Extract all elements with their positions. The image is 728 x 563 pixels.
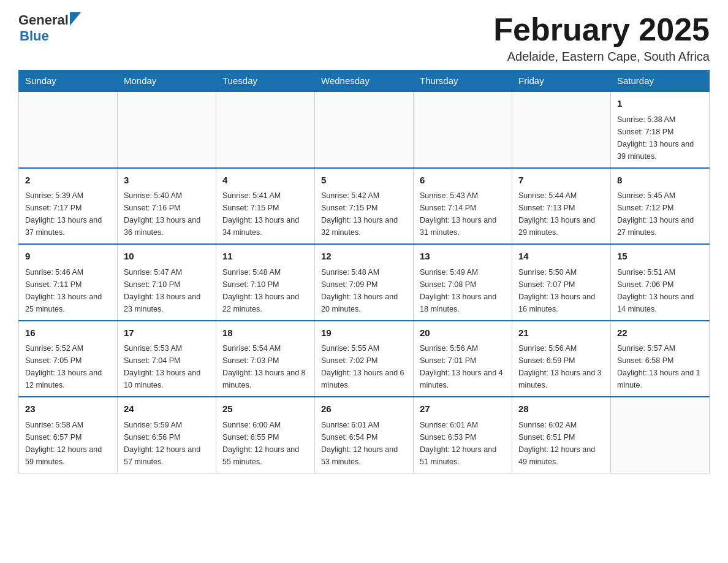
calendar-cell: 7Sunrise: 5:44 AMSunset: 7:13 PMDaylight… [512, 168, 611, 245]
calendar-cell [315, 91, 414, 168]
title-block: February 2025 Adelaide, Eastern Cape, So… [493, 12, 710, 64]
page-header: General Blue February 2025 Adelaide, Eas… [18, 12, 710, 64]
day-number: 3 [124, 174, 210, 188]
day-number: 21 [518, 326, 604, 340]
logo-triangle-icon [70, 12, 81, 26]
svg-marker-0 [70, 12, 81, 26]
location-subtitle: Adelaide, Eastern Cape, South Africa [493, 50, 710, 64]
day-number: 11 [222, 250, 308, 264]
day-number: 8 [617, 174, 703, 188]
day-header-saturday: Saturday [611, 71, 710, 92]
day-info: Sunrise: 5:48 AMSunset: 7:10 PMDaylight:… [222, 266, 308, 315]
day-info: Sunrise: 5:54 AMSunset: 7:03 PMDaylight:… [222, 342, 308, 391]
day-number: 15 [617, 250, 703, 264]
day-number: 13 [420, 250, 506, 264]
week-row-2: 2Sunrise: 5:39 AMSunset: 7:17 PMDaylight… [19, 168, 710, 245]
calendar-cell [216, 91, 315, 168]
day-info: Sunrise: 5:38 AMSunset: 7:18 PMDaylight:… [617, 113, 703, 163]
calendar-cell [414, 91, 512, 168]
calendar-cell: 17Sunrise: 5:53 AMSunset: 7:04 PMDayligh… [118, 321, 216, 397]
calendar-cell: 20Sunrise: 5:56 AMSunset: 7:01 PMDayligh… [414, 321, 512, 397]
day-number: 12 [321, 250, 407, 264]
month-title: February 2025 [493, 12, 710, 47]
calendar-cell: 19Sunrise: 5:55 AMSunset: 7:02 PMDayligh… [315, 321, 414, 397]
calendar-cell: 24Sunrise: 5:59 AMSunset: 6:56 PMDayligh… [118, 397, 216, 473]
day-header-sunday: Sunday [19, 71, 118, 92]
day-info: Sunrise: 5:46 AMSunset: 7:11 PMDaylight:… [25, 266, 111, 315]
calendar-cell: 16Sunrise: 5:52 AMSunset: 7:05 PMDayligh… [19, 321, 118, 397]
day-info: Sunrise: 5:51 AMSunset: 7:06 PMDaylight:… [617, 266, 703, 315]
day-number: 17 [124, 326, 210, 340]
day-info: Sunrise: 5:42 AMSunset: 7:15 PMDaylight:… [321, 190, 407, 239]
calendar-cell: 10Sunrise: 5:47 AMSunset: 7:10 PMDayligh… [118, 244, 216, 321]
day-number: 18 [222, 326, 308, 340]
logo: General Blue [18, 12, 81, 44]
day-number: 10 [124, 250, 210, 264]
calendar-cell: 4Sunrise: 5:41 AMSunset: 7:15 PMDaylight… [216, 168, 315, 245]
day-header-thursday: Thursday [414, 71, 512, 92]
day-info: Sunrise: 5:50 AMSunset: 7:07 PMDaylight:… [518, 266, 604, 315]
day-header-wednesday: Wednesday [315, 71, 414, 92]
week-row-5: 23Sunrise: 5:58 AMSunset: 6:57 PMDayligh… [19, 397, 710, 473]
calendar-cell: 5Sunrise: 5:42 AMSunset: 7:15 PMDaylight… [315, 168, 414, 245]
week-row-3: 9Sunrise: 5:46 AMSunset: 7:11 PMDaylight… [19, 244, 710, 321]
logo-blue-text: Blue [20, 28, 49, 44]
day-info: Sunrise: 6:01 AMSunset: 6:54 PMDaylight:… [321, 419, 407, 468]
day-info: Sunrise: 5:56 AMSunset: 6:59 PMDaylight:… [518, 342, 604, 391]
day-info: Sunrise: 5:59 AMSunset: 6:56 PMDaylight:… [124, 419, 210, 468]
day-number: 23 [25, 402, 111, 416]
week-row-4: 16Sunrise: 5:52 AMSunset: 7:05 PMDayligh… [19, 321, 710, 397]
day-number: 19 [321, 326, 407, 340]
calendar-cell: 25Sunrise: 6:00 AMSunset: 6:55 PMDayligh… [216, 397, 315, 473]
day-info: Sunrise: 5:57 AMSunset: 6:58 PMDaylight:… [617, 342, 703, 391]
calendar-cell [118, 91, 216, 168]
calendar-cell: 8Sunrise: 5:45 AMSunset: 7:12 PMDaylight… [611, 168, 710, 245]
calendar-cell: 28Sunrise: 6:02 AMSunset: 6:51 PMDayligh… [512, 397, 611, 473]
calendar-cell: 2Sunrise: 5:39 AMSunset: 7:17 PMDaylight… [19, 168, 118, 245]
calendar-cell: 6Sunrise: 5:43 AMSunset: 7:14 PMDaylight… [414, 168, 512, 245]
day-header-tuesday: Tuesday [216, 71, 315, 92]
calendar-cell: 21Sunrise: 5:56 AMSunset: 6:59 PMDayligh… [512, 321, 611, 397]
day-number: 22 [617, 326, 703, 340]
calendar-cell: 26Sunrise: 6:01 AMSunset: 6:54 PMDayligh… [315, 397, 414, 473]
day-header-monday: Monday [118, 71, 216, 92]
calendar-cell: 23Sunrise: 5:58 AMSunset: 6:57 PMDayligh… [19, 397, 118, 473]
day-info: Sunrise: 5:55 AMSunset: 7:02 PMDaylight:… [321, 342, 407, 391]
calendar-cell: 9Sunrise: 5:46 AMSunset: 7:11 PMDaylight… [19, 244, 118, 321]
day-info: Sunrise: 5:44 AMSunset: 7:13 PMDaylight:… [518, 190, 604, 239]
day-info: Sunrise: 5:49 AMSunset: 7:08 PMDaylight:… [420, 266, 506, 315]
calendar-cell: 14Sunrise: 5:50 AMSunset: 7:07 PMDayligh… [512, 244, 611, 321]
calendar-cell: 18Sunrise: 5:54 AMSunset: 7:03 PMDayligh… [216, 321, 315, 397]
day-info: Sunrise: 6:00 AMSunset: 6:55 PMDaylight:… [222, 419, 308, 468]
calendar-cell: 3Sunrise: 5:40 AMSunset: 7:16 PMDaylight… [118, 168, 216, 245]
day-info: Sunrise: 5:53 AMSunset: 7:04 PMDaylight:… [124, 342, 210, 391]
day-number: 1 [617, 97, 703, 111]
day-info: Sunrise: 6:02 AMSunset: 6:51 PMDaylight:… [518, 419, 604, 468]
calendar-cell: 27Sunrise: 6:01 AMSunset: 6:53 PMDayligh… [414, 397, 512, 473]
day-number: 28 [518, 402, 604, 416]
day-info: Sunrise: 5:56 AMSunset: 7:01 PMDaylight:… [420, 342, 506, 391]
day-info: Sunrise: 5:48 AMSunset: 7:09 PMDaylight:… [321, 266, 407, 315]
day-number: 14 [518, 250, 604, 264]
day-number: 2 [25, 174, 111, 188]
calendar-cell: 22Sunrise: 5:57 AMSunset: 6:58 PMDayligh… [611, 321, 710, 397]
calendar-cell: 12Sunrise: 5:48 AMSunset: 7:09 PMDayligh… [315, 244, 414, 321]
day-number: 7 [518, 174, 604, 188]
calendar-cell: 15Sunrise: 5:51 AMSunset: 7:06 PMDayligh… [611, 244, 710, 321]
day-number: 20 [420, 326, 506, 340]
day-info: Sunrise: 5:45 AMSunset: 7:12 PMDaylight:… [617, 190, 703, 239]
logo-general-text: General [18, 12, 69, 28]
day-info: Sunrise: 5:39 AMSunset: 7:17 PMDaylight:… [25, 190, 111, 239]
week-row-1: 1Sunrise: 5:38 AMSunset: 7:18 PMDaylight… [19, 91, 710, 168]
day-number: 5 [321, 174, 407, 188]
day-info: Sunrise: 5:58 AMSunset: 6:57 PMDaylight:… [25, 419, 111, 468]
calendar-cell [19, 91, 118, 168]
day-info: Sunrise: 5:52 AMSunset: 7:05 PMDaylight:… [25, 342, 111, 391]
calendar-cell: 11Sunrise: 5:48 AMSunset: 7:10 PMDayligh… [216, 244, 315, 321]
day-number: 27 [420, 402, 506, 416]
day-info: Sunrise: 6:01 AMSunset: 6:53 PMDaylight:… [420, 419, 506, 468]
day-number: 4 [222, 174, 308, 188]
day-info: Sunrise: 5:40 AMSunset: 7:16 PMDaylight:… [124, 190, 210, 239]
day-info: Sunrise: 5:41 AMSunset: 7:15 PMDaylight:… [222, 190, 308, 239]
calendar-cell: 1Sunrise: 5:38 AMSunset: 7:18 PMDaylight… [611, 91, 710, 168]
